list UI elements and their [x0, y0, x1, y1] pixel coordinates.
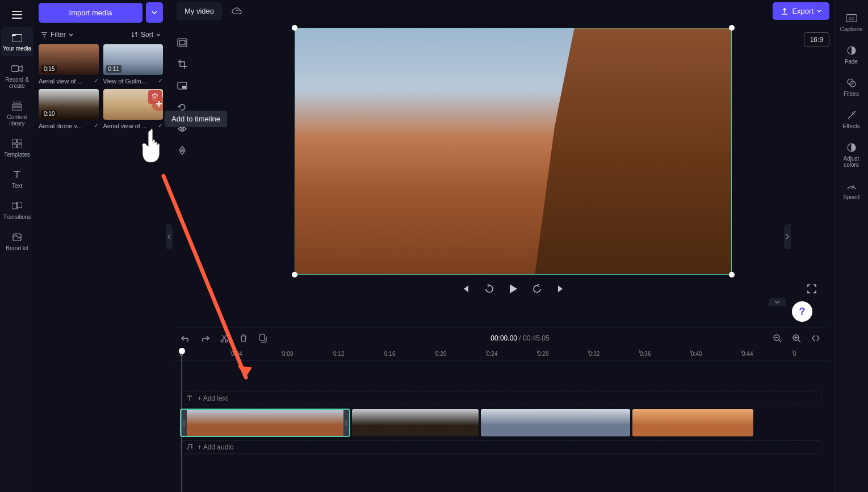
preview-content: [535, 28, 731, 274]
hamburger-menu[interactable]: [7, 5, 27, 25]
add-to-timeline-button[interactable]: [152, 96, 163, 111]
audio-track[interactable]: + Add audio: [180, 440, 821, 454]
right-item-effects[interactable]: Effects: [836, 105, 867, 134]
sidebar-label: Record & create: [2, 77, 32, 89]
filter-button[interactable]: Filter: [41, 31, 73, 39]
camera-icon: [11, 63, 23, 74]
project-title[interactable]: My video: [177, 2, 222, 20]
timeline-clip[interactable]: [480, 409, 631, 437]
upload-icon: [781, 7, 789, 15]
svg-text:CC: CC: [848, 16, 854, 21]
play-button[interactable]: [507, 283, 519, 295]
sidebar-item-content-library[interactable]: Content library: [1, 96, 33, 131]
right-item-speed[interactable]: Speed: [836, 176, 867, 205]
sort-button[interactable]: Sort: [131, 31, 161, 39]
ruler-tick: 0: [793, 351, 796, 357]
ruler-tick: 0:20: [435, 351, 446, 357]
sidebar-label: Text: [12, 183, 22, 189]
svg-rect-12: [178, 39, 187, 47]
right-item-captions[interactable]: CC Captions: [836, 8, 867, 37]
import-media-button[interactable]: Import media: [39, 3, 142, 23]
sort-icon: [131, 31, 138, 38]
zoom-out-button[interactable]: [771, 333, 783, 344]
check-icon: ✓: [94, 122, 99, 129]
timeline-ruler[interactable]: 00:040:080:120:160:200:240:280:320:360:4…: [172, 348, 829, 361]
media-name: Aerial drone v...: [39, 123, 82, 129]
timeline-clip[interactable]: [632, 409, 754, 437]
sidebar-item-your-media[interactable]: Your media: [1, 27, 33, 56]
duplicate-button[interactable]: [257, 333, 269, 344]
right-item-adjust[interactable]: Adjust colors: [836, 137, 867, 173]
export-button[interactable]: Export: [773, 2, 829, 20]
preview-canvas[interactable]: [295, 28, 732, 275]
collapse-panel-button[interactable]: [166, 224, 173, 249]
skip-start-button[interactable]: [459, 283, 472, 295]
media-name: Aerial view of ...: [103, 123, 148, 129]
media-thumbnail: 0:10: [39, 89, 99, 120]
playhead[interactable]: [179, 348, 185, 354]
zoom-in-button[interactable]: [791, 333, 802, 344]
right-label: Fade: [845, 58, 858, 65]
sidebar-item-transitions[interactable]: Transitions: [1, 196, 33, 225]
video-track[interactable]: || ||: [180, 409, 821, 437]
expand-timeline-button[interactable]: [769, 298, 786, 306]
media-thumbnail: 0:11: [103, 44, 163, 75]
zoom-fit-button[interactable]: [810, 333, 821, 344]
undo-button[interactable]: [180, 333, 191, 344]
pip-button[interactable]: [175, 79, 189, 92]
cc-icon: CC: [846, 12, 857, 24]
redo-button[interactable]: [199, 333, 211, 344]
svg-rect-2: [14, 102, 20, 103]
crop-button[interactable]: [175, 57, 189, 71]
timeline-clip[interactable]: || ||: [180, 409, 350, 437]
media-name: Aerial view of ...: [39, 78, 83, 85]
delete-button[interactable]: [238, 333, 249, 344]
library-icon: [11, 100, 23, 112]
svg-rect-1: [11, 66, 19, 72]
text-track[interactable]: + Add text: [180, 392, 821, 405]
sidebar-item-templates[interactable]: Templates: [1, 133, 33, 162]
help-button[interactable]: ?: [792, 301, 812, 322]
chevron-down-icon: [156, 33, 161, 36]
check-icon: ✓: [158, 122, 163, 129]
playhead-line: [182, 353, 182, 492]
filter-label: Filter: [51, 31, 66, 39]
add-text-label: + Add text: [198, 394, 228, 402]
media-tile[interactable]: 0:15 Aerial view of ...✓: [39, 44, 99, 85]
crop-fill-button[interactable]: [175, 36, 189, 49]
sidebar-item-text[interactable]: Text: [1, 165, 33, 194]
sync-button[interactable]: [229, 3, 245, 19]
sidebar-label: Brand kit: [6, 245, 28, 251]
media-tile[interactable]: 0:10 Aerial drone v...✓: [39, 89, 99, 129]
media-tile[interactable]: Aerial view of ...✓: [103, 89, 163, 129]
fullscreen-button[interactable]: [806, 283, 818, 295]
svg-rect-4: [12, 107, 22, 110]
right-item-filters[interactable]: Filters: [836, 73, 867, 102]
sidebar-item-record[interactable]: Record & create: [1, 58, 33, 94]
speed-icon: [846, 180, 857, 192]
ruler-tick: 0:08: [282, 351, 293, 357]
ruler-tick: 0:12: [333, 351, 344, 357]
import-dropdown-button[interactable]: [146, 2, 163, 23]
aspect-ratio-badge[interactable]: 16:9: [804, 32, 829, 47]
rewind-button[interactable]: [483, 283, 496, 295]
forward-button[interactable]: [531, 283, 543, 295]
flip-v-button[interactable]: [175, 144, 189, 157]
effects-icon: [846, 110, 857, 121]
resize-handle[interactable]: [729, 25, 735, 31]
split-button[interactable]: [219, 333, 230, 344]
text-icon: [11, 169, 23, 180]
sidebar-item-brand-kit[interactable]: Brand kit: [1, 227, 33, 256]
media-tile[interactable]: 0:11 View of Guilin...✓: [103, 44, 163, 85]
svg-rect-6: [18, 139, 22, 143]
total-time: 00:45.05: [523, 334, 550, 342]
resize-handle[interactable]: [292, 25, 297, 31]
expand-panel-button[interactable]: [784, 224, 791, 249]
ruler-tick: 0:36: [640, 351, 651, 357]
timeline-clip[interactable]: [351, 409, 479, 437]
right-item-fade[interactable]: Fade: [836, 40, 867, 69]
ruler-tick: 0:40: [691, 351, 702, 357]
clip-handle-right[interactable]: ||: [343, 410, 349, 436]
skip-end-button[interactable]: [555, 283, 567, 295]
chevron-down-icon: [69, 33, 73, 36]
